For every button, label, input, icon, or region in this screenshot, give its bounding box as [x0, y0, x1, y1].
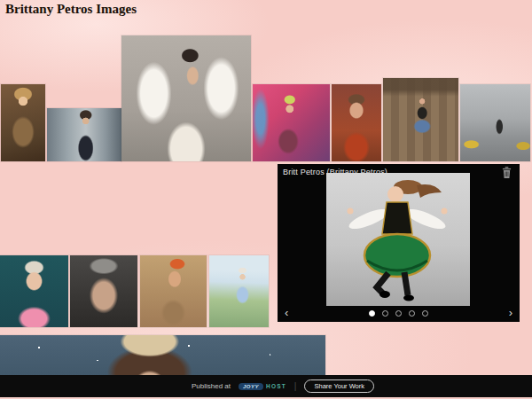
trash-icon[interactable]	[501, 167, 512, 180]
lightbox-image	[326, 173, 470, 306]
irish-dancer-illustration	[326, 173, 470, 306]
gallery-thumbnail[interactable]	[1, 84, 45, 161]
gallery-thumbnail[interactable]	[253, 84, 330, 161]
trash-icon-glyph	[502, 167, 512, 178]
host-logo[interactable]: JOYY HOST	[239, 383, 286, 390]
gallery-thumbnail[interactable]	[0, 255, 68, 327]
carousel-dot[interactable]	[382, 310, 388, 317]
gallery-thumbnail[interactable]	[47, 108, 121, 161]
page: Brittany Petros Images Britt Petros (Bri…	[0, 0, 532, 399]
gallery-thumbnail[interactable]	[70, 255, 137, 327]
carousel-dot[interactable]	[422, 310, 428, 317]
lightbox-panel: Britt Petros (Brittany Petros)	[278, 164, 520, 322]
cloud-logo-icon: JOYY	[239, 383, 263, 390]
host-logo-label: HOST	[266, 383, 286, 389]
footer-bar: Published at JOYY HOST | Share Your Work	[0, 375, 532, 397]
gallery-thumbnail[interactable]	[460, 84, 530, 161]
gallery-thumbnail[interactable]	[0, 335, 325, 376]
published-at-label: Published at	[192, 382, 231, 390]
share-your-work-button[interactable]: Share Your Work	[304, 379, 374, 393]
gallery-thumbnail[interactable]	[383, 78, 458, 161]
carousel-dot[interactable]	[395, 310, 402, 317]
gallery-thumbnail[interactable]	[140, 255, 207, 327]
gallery-thumbnail[interactable]	[121, 35, 251, 161]
footer-divider: |	[294, 381, 297, 391]
carousel-dot[interactable]	[369, 310, 375, 317]
gallery-thumbnail[interactable]	[209, 255, 269, 327]
carousel-dots	[278, 310, 520, 317]
page-title: Brittany Petros Images	[5, 2, 137, 17]
gallery-thumbnail[interactable]	[332, 84, 381, 161]
carousel-dot[interactable]	[409, 310, 415, 317]
